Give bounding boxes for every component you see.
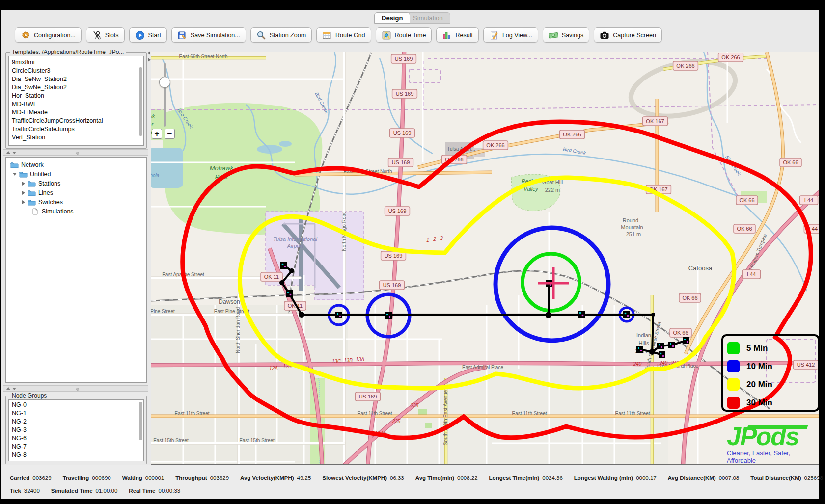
station-node[interactable] (636, 346, 643, 353)
station-node[interactable] (668, 342, 675, 348)
template-list-item[interactable]: MD-FtMeade (9, 108, 143, 117)
splitter-grip[interactable] (76, 388, 79, 391)
station-node[interactable] (623, 311, 630, 318)
slots-button[interactable]: Slots (86, 27, 125, 43)
chevron-expanded-icon[interactable] (13, 173, 17, 176)
status-metric-label: Carried (10, 475, 29, 481)
status-metric-label: Travelling (63, 475, 89, 481)
status-metric-label: Longest Waiting (min) (574, 475, 633, 481)
station-node[interactable] (657, 343, 664, 349)
status-metric-value: 0024.36 (542, 475, 563, 481)
button-label: Configuration... (34, 32, 76, 39)
save-simulation-button[interactable]: Save Simulation... (171, 27, 246, 43)
station-node[interactable] (659, 351, 665, 358)
station-node[interactable] (683, 337, 689, 344)
legend-row: 5 Min (727, 339, 818, 357)
gear-icon (21, 30, 30, 40)
map-zoom-slider[interactable] (164, 63, 166, 127)
file-icon (31, 208, 39, 215)
station-node[interactable] (578, 311, 585, 318)
station-zoom-button[interactable]: Station Zoom (250, 27, 312, 43)
zoom-in-button[interactable]: + (152, 129, 162, 139)
station-node[interactable] (335, 312, 342, 318)
status-metric-value: 000001 (145, 475, 164, 481)
map-label: North Sheridan Road (235, 307, 241, 353)
status-metric: Longest Time(min)0024.36 (489, 475, 563, 481)
tree-item-stations[interactable]: Stations (6, 179, 146, 188)
route-shield-label: OK 266 (563, 132, 581, 137)
route-shield-label: OK 66 (682, 295, 697, 301)
node-group-item[interactable]: NG-8 (9, 451, 143, 459)
node-group-item[interactable]: NG-7 (9, 443, 143, 451)
log-view-button[interactable]: Log View... (483, 27, 538, 43)
node-group-item[interactable]: NG-2 (9, 418, 143, 426)
capture-screen-button[interactable]: Capture Screen (594, 27, 662, 43)
node-groups-scrollbar[interactable] (139, 402, 142, 440)
status-metric-value: 06.33 (390, 475, 404, 481)
templates-list: 9mix8miCircleCluster3Dia_SeNw_Station2Di… (8, 56, 144, 146)
tree-item-simulations[interactable]: Simulations (6, 207, 146, 216)
template-list-item[interactable]: Dia_SwNe_Station2 (9, 83, 143, 92)
map-zoom-slider-knob[interactable] (159, 77, 170, 88)
route-shield: OK 66 (670, 328, 691, 337)
node-group-item[interactable]: NG-1 (9, 409, 143, 418)
chevron-collapsed-icon[interactable] (22, 200, 25, 204)
map-label: East 15th Street (153, 438, 189, 443)
status-metric-value: 0000.17 (636, 475, 657, 481)
result-button[interactable]: Result (436, 27, 478, 43)
template-list-item[interactable]: MD-BWI (9, 100, 143, 108)
node-group-item[interactable]: NG-6 (9, 434, 143, 443)
splitter-down-icon[interactable] (12, 152, 16, 154)
tab-simulation[interactable]: Simulation (406, 12, 450, 24)
template-list-item[interactable]: Dia_SeNw_Station2 (9, 75, 143, 83)
route-shield-label: OK 66 (739, 197, 754, 203)
template-list-item[interactable]: CircleCluster3 (9, 67, 143, 75)
route-shield-label: I 44 (804, 197, 813, 203)
templates-scrollbar[interactable] (139, 67, 142, 136)
status-metric-label: Tick (10, 488, 21, 494)
configuration-button[interactable]: Configuration... (15, 27, 82, 43)
node-group-item[interactable]: NG-15 (9, 459, 143, 461)
template-list-item[interactable]: TrafficCircleJumpCrossHorizontal (9, 117, 143, 125)
splitter[interactable] (3, 385, 148, 392)
station-node[interactable] (286, 290, 293, 297)
map-label: 235 (410, 403, 419, 408)
tree-item-lines[interactable]: Lines (6, 188, 146, 197)
route-shield: OK 66 (780, 158, 801, 167)
splitter-down-icon[interactable] (12, 388, 16, 390)
route-time-icon (382, 30, 391, 40)
collapse-left-icon[interactable] (147, 51, 150, 55)
status-metric-label: Real Time (129, 488, 155, 494)
tree-item-untitled[interactable]: Untitled (6, 169, 146, 179)
template-list-item[interactable]: 9mix8mi (9, 58, 143, 67)
route-shield-label: OK 167 (646, 118, 664, 124)
splitter-up-icon[interactable] (6, 387, 10, 390)
chevron-collapsed-icon[interactable] (22, 182, 25, 186)
chevron-collapsed-icon[interactable] (22, 191, 25, 195)
template-list-item[interactable]: Vert_Station (9, 133, 143, 142)
node-group-item[interactable]: NG-3 (9, 426, 143, 434)
status-metric-label: Throughput (175, 475, 207, 481)
tab-design[interactable]: Design (374, 12, 410, 24)
route-shield-label: OK 266 (676, 63, 694, 69)
node-groups-title: Node Groups (10, 392, 49, 399)
splitter-grip[interactable] (76, 152, 79, 155)
map-canvas[interactable]: East 66th Street NorthEast 46th Street N… (151, 52, 819, 465)
tree-item-switches[interactable]: Switches (6, 197, 146, 207)
map-label: East 11th Street (358, 411, 392, 416)
template-list-item[interactable]: TrafficCircleSideJumps (9, 125, 143, 133)
splitter-up-icon[interactable] (6, 151, 10, 154)
tree-item-network[interactable]: Network (6, 160, 146, 169)
station-node[interactable] (280, 262, 287, 269)
savings-button[interactable]: Savings (543, 27, 589, 43)
template-list-item[interactable]: Hor_Station (9, 92, 143, 100)
node-group-item[interactable]: NG-0 (9, 401, 143, 409)
map-label: 2 (433, 237, 436, 242)
button-label: Route Grid (335, 32, 365, 39)
route-grid-button[interactable]: Route Grid (316, 27, 371, 43)
route-shield: OK 66 (734, 224, 755, 233)
zoom-out-button[interactable]: − (165, 129, 175, 139)
splitter[interactable] (3, 149, 148, 156)
station-node[interactable] (385, 312, 392, 319)
route-time-button[interactable]: Route Time (376, 27, 432, 43)
